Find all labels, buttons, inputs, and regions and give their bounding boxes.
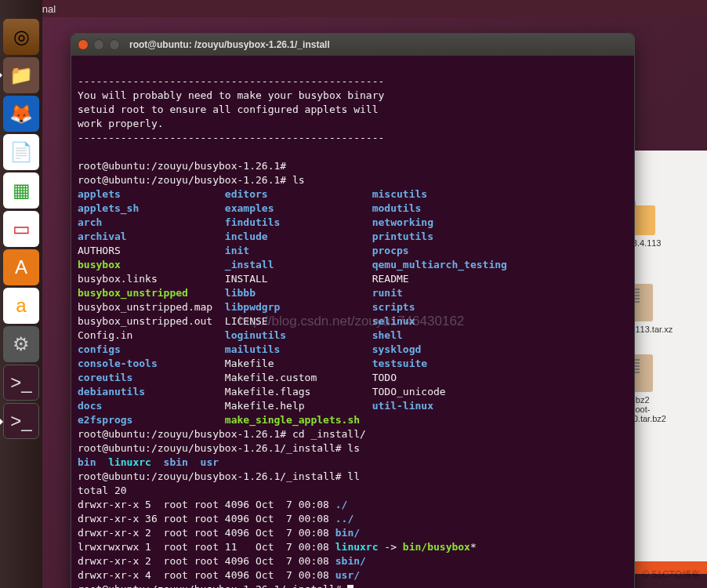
minimize-button[interactable] — [93, 39, 104, 50]
launcher-firefox[interactable]: 🦊 — [3, 96, 39, 132]
launcher-dash[interactable]: ◎ — [3, 19, 39, 55]
launcher-settings[interactable]: ⚙ — [3, 326, 39, 362]
launcher-writer[interactable]: 📄 — [3, 134, 39, 170]
blog-watermark: © 51CTO博客 — [642, 568, 701, 582]
close-button[interactable] — [78, 39, 89, 50]
launcher-calc[interactable]: ▦ — [3, 172, 39, 209]
launcher-terminal[interactable]: >_ — [3, 403, 39, 439]
launcher-window-term[interactable]: >_ — [3, 365, 39, 401]
launcher-software[interactable]: A — [3, 249, 39, 285]
terminal-body[interactable]: ----------------------------------------… — [71, 56, 634, 588]
window-titlebar[interactable]: root@ubuntu: /zouyu/busybox-1.26.1/_inst… — [71, 34, 634, 56]
launcher-impress[interactable]: ▭ — [3, 211, 39, 247]
unity-launcher: ◎ 📁 🦊 📄 ▦ ▭ A a ⚙ >_ >_ — [0, 0, 42, 588]
window-title: root@ubuntu: /zouyu/busybox-1.26.1/_inst… — [129, 39, 330, 50]
maximize-button[interactable] — [109, 39, 120, 50]
launcher-amazon[interactable]: a — [3, 288, 39, 324]
desktop: linux-3.4.113 linux-3.4.113.tar.xz tar.b… — [42, 17, 707, 588]
terminal-window: root@ubuntu: /zouyu/busybox-1.26.1/_inst… — [71, 33, 635, 588]
launcher-files[interactable]: 📁 — [3, 57, 39, 93]
